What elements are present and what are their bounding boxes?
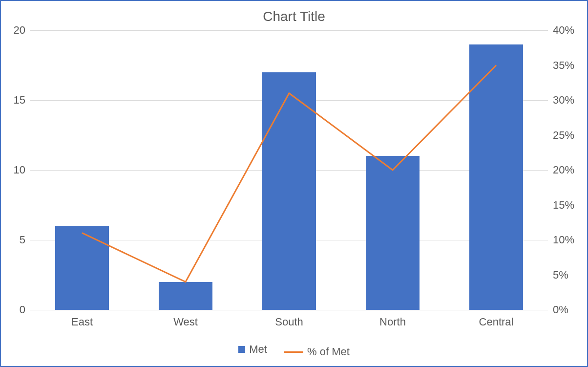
bar [469, 44, 523, 310]
y-right-tick: 10% [548, 234, 574, 246]
legend: Met % of Met [1, 343, 587, 359]
bar [159, 282, 212, 310]
y-right-tick: 25% [548, 129, 574, 142]
plot-area: 051015200%5%10%15%20%25%30%35%40%EastWes… [30, 30, 548, 310]
y-right-tick: 40% [548, 24, 574, 37]
y-left-tick: 0 [20, 303, 30, 316]
legend-item-met: Met [238, 343, 267, 356]
grid-line [30, 30, 548, 31]
x-tick-label: West [173, 310, 198, 328]
x-tick-label: North [379, 310, 406, 328]
y-left-tick: 20 [14, 24, 30, 37]
x-tick-label: East [71, 310, 93, 328]
y-right-tick: 15% [548, 199, 574, 212]
chart-frame: Chart Title 051015200%5%10%15%20%25%30%3… [0, 0, 588, 367]
y-right-tick: 35% [548, 59, 574, 72]
y-left-tick: 15 [14, 94, 30, 107]
legend-item-pct: % of Met [284, 345, 350, 358]
y-right-tick: 20% [548, 164, 574, 176]
y-left-tick: 10 [14, 164, 30, 176]
x-tick-label: South [275, 310, 303, 328]
bar [55, 226, 109, 310]
legend-swatch-line [284, 351, 303, 353]
y-right-tick: 5% [548, 269, 568, 281]
legend-swatch-bar [238, 346, 245, 353]
y-left-tick: 5 [20, 234, 30, 246]
y-right-tick: 30% [548, 94, 574, 107]
legend-label-pct: % of Met [307, 345, 350, 358]
x-tick-label: Central [479, 310, 514, 328]
bar [262, 72, 316, 310]
legend-label-met: Met [249, 343, 267, 356]
y-right-tick: 0% [548, 303, 568, 316]
chart-title: Chart Title [1, 9, 587, 24]
bar [366, 156, 420, 310]
